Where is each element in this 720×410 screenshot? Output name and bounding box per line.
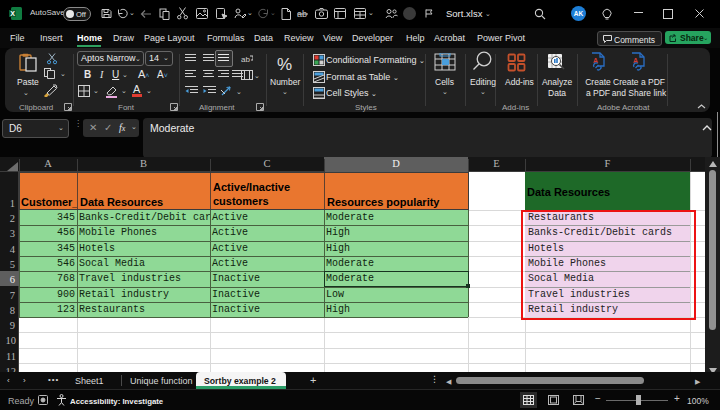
- svg-text:ab: ab: [241, 55, 250, 64]
- svg-text:X: X: [10, 10, 15, 17]
